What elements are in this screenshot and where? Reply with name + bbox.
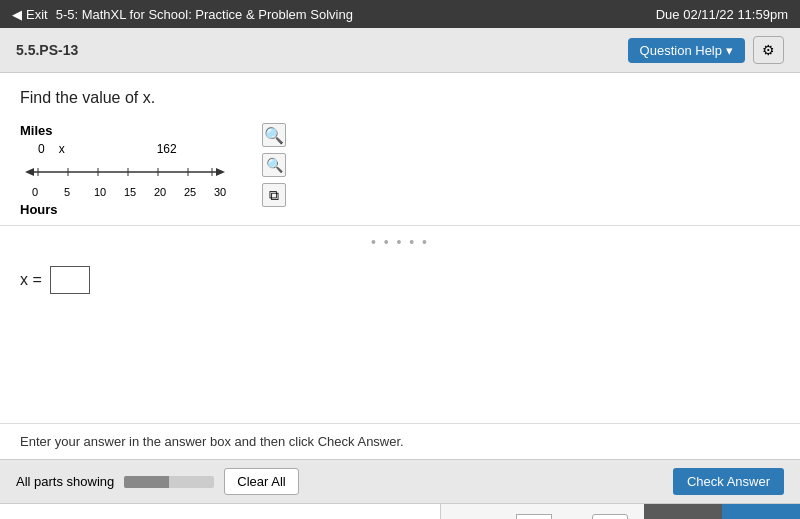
course-title: 5-5: MathXL for School: Practice & Probl… (56, 7, 353, 22)
question-help-button[interactable]: Question Help ▾ (628, 38, 745, 63)
miles-label: Miles (20, 123, 244, 138)
svg-marker-0 (25, 168, 34, 176)
parts-progress-fill (124, 476, 169, 488)
number-line-left: Miles 0 x 162 (20, 123, 244, 217)
parts-progress (124, 476, 214, 488)
check-answer-label: Check Answer (687, 474, 770, 489)
external-link-button[interactable]: ⧉ (262, 183, 286, 207)
due-date: Due 02/11/22 11:59pm (656, 7, 788, 22)
instruction-text: Enter your answer in the answer box and … (20, 434, 404, 449)
divider: • • • • • (0, 225, 800, 258)
review-progress-button[interactable]: Review progress (0, 504, 441, 519)
zoom-out-button[interactable]: 🔍 (262, 153, 286, 177)
top-bar: ◀ Exit 5-5: MathXL for School: Practice … (0, 0, 800, 28)
help-chevron-icon: ▾ (726, 43, 733, 58)
hour-0: 0 (32, 186, 64, 198)
divider-dots: • • • • • (371, 234, 429, 250)
question-text: Find the value of x. (20, 89, 780, 107)
answer-area: x = (20, 266, 780, 294)
number-line-container: Miles 0 x 162 (20, 123, 780, 217)
back-button[interactable]: ◄ Back (644, 504, 722, 519)
hour-15: 15 (124, 186, 154, 198)
exit-arrow-icon: ◀ (12, 7, 22, 22)
all-parts-label: All parts showing (16, 474, 114, 489)
answer-input[interactable] (50, 266, 90, 294)
settings-gear-icon: ⚙ (762, 42, 775, 58)
header-right: Question Help ▾ ⚙ (628, 36, 784, 64)
hours-label: Hours (20, 202, 244, 217)
parts-left: All parts showing Clear All (16, 468, 299, 495)
hour-20: 20 (154, 186, 184, 198)
nl-label-zero: 0 (38, 142, 45, 156)
clear-all-button[interactable]: Clear All (224, 468, 298, 495)
hour-5: 5 (64, 186, 94, 198)
question-id: 5.5.PS-13 (16, 42, 78, 58)
next-button[interactable]: Next + (722, 504, 800, 519)
question-header: 5.5.PS-13 Question Help ▾ ⚙ (0, 28, 800, 73)
question-help-label: Question Help (640, 43, 722, 58)
main-content: Find the value of x. Miles 0 x 162 (0, 73, 800, 423)
hour-25: 25 (184, 186, 214, 198)
go-button[interactable]: Go (592, 514, 627, 519)
nl-label-162: 162 (157, 142, 177, 156)
zoom-in-button[interactable]: 🔍 (262, 123, 286, 147)
nl-label-x: x (59, 142, 65, 156)
hour-30: 30 (214, 186, 244, 198)
exit-label: Exit (26, 7, 48, 22)
question-nav: Question of 13 Go (441, 504, 643, 519)
bottom-nav: Review progress Question of 13 Go ◄ Back… (0, 503, 800, 519)
parts-bar: All parts showing Clear All Check Answer (0, 459, 800, 503)
zoom-controls: 🔍 🔍 ⧉ (262, 123, 286, 207)
clear-all-label: Clear All (237, 474, 285, 489)
question-number-input[interactable] (516, 514, 552, 520)
instruction-bar: Enter your answer in the answer box and … (0, 423, 800, 459)
hour-10: 10 (94, 186, 124, 198)
number-line-svg (20, 158, 230, 186)
top-bar-left: ◀ Exit 5-5: MathXL for School: Practice … (12, 7, 353, 22)
answer-label: x = (20, 271, 42, 289)
settings-button[interactable]: ⚙ (753, 36, 784, 64)
svg-marker-2 (216, 168, 225, 176)
exit-button[interactable]: ◀ Exit (12, 7, 48, 22)
check-answer-button[interactable]: Check Answer (673, 468, 784, 495)
